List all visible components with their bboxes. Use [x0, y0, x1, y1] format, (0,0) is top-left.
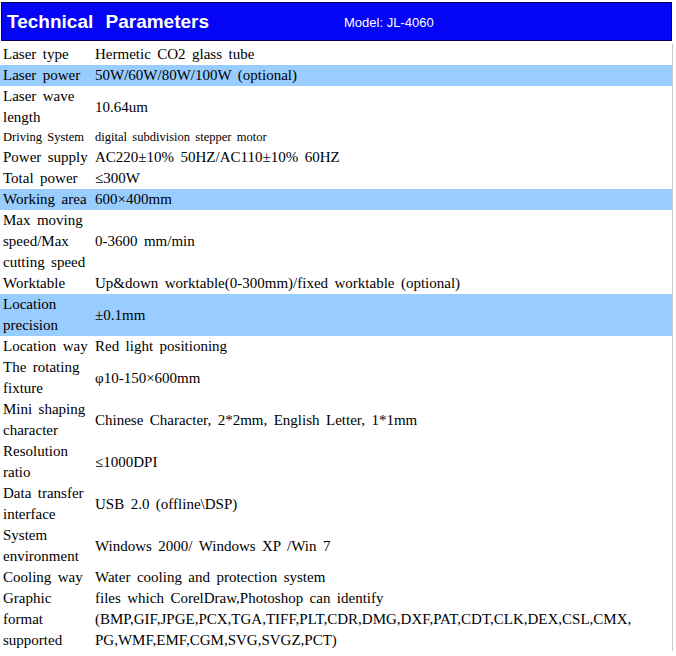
row-value: 50W/60W/80W/100W (optional)	[95, 65, 672, 86]
table-row: Total power≤300W	[0, 168, 672, 189]
row-value: ≤300W	[95, 168, 672, 189]
row-label: System environment	[0, 525, 95, 567]
row-value: Hermetic CO2 glass tube	[95, 44, 672, 65]
table-row: Mini shaping characterChinese Character,…	[0, 399, 672, 441]
row-label: Total power	[0, 168, 95, 189]
table-row: Power supplyAC220±10% 50HZ/AC110±10% 60H…	[0, 147, 672, 168]
table-row: System environmentWindows 2000/ Windows …	[0, 525, 672, 567]
table-row: Working area600×400mm	[0, 189, 672, 210]
row-label: Location precision	[0, 294, 95, 336]
table-row: Laser wave length10.64um	[0, 86, 672, 128]
row-label: Worktable	[0, 273, 95, 294]
row-value: USB 2.0 (offline\DSP)	[95, 494, 672, 515]
table-row: Max moving speed/Max cutting speed0-3600…	[0, 210, 672, 273]
row-value: 10.64um	[95, 97, 672, 118]
table-row: Cooling wayWater cooling and protection …	[0, 567, 672, 588]
table-row: Data transfer interfaceUSB 2.0 (offline\…	[0, 483, 672, 525]
table-row: Location precision±0.1mm	[0, 294, 672, 336]
technical-parameters-page: Technical Parameters Model: JL-4060 Lase…	[0, 0, 676, 656]
row-label: Data transfer interface	[0, 483, 95, 525]
row-label: Driving System	[0, 128, 95, 147]
row-value: ≤1000DPI	[95, 452, 672, 473]
row-value: Up&down worktable(0-300mm)/fixed worktab…	[95, 273, 672, 294]
row-label: Laser power	[0, 65, 95, 86]
row-value: Red light positioning	[95, 336, 672, 357]
row-value: Water cooling and protection system	[95, 567, 672, 588]
row-label: The rotating fixture	[0, 357, 95, 399]
table-row: WorktableUp&down worktable(0-300mm)/fixe…	[0, 273, 672, 294]
row-value: 0-3600 mm/min	[95, 231, 672, 252]
table-row: The rotating fixtureφ10-150×600mm	[0, 357, 672, 399]
table-row: Driving Systemdigital subdivision steppe…	[0, 128, 672, 147]
header-bar: Technical Parameters Model: JL-4060	[1, 2, 672, 41]
row-value: Windows 2000/ Windows XP /Win 7	[95, 536, 672, 557]
row-label: Laser wave length	[0, 86, 95, 128]
row-label: Max moving speed/Max cutting speed	[0, 210, 95, 273]
table-row: Laser typeHermetic CO2 glass tube	[0, 44, 672, 65]
table-row: Graphic format supportedfiles which Core…	[0, 588, 672, 651]
table-row: Laser power50W/60W/80W/100W (optional)	[0, 65, 672, 86]
row-label: Mini shaping character	[0, 399, 95, 441]
row-value: φ10-150×600mm	[95, 368, 672, 389]
row-value: AC220±10% 50HZ/AC110±10% 60HZ	[95, 147, 672, 168]
spec-table: Laser typeHermetic CO2 glass tubeLaser p…	[0, 44, 673, 651]
row-label: Location way	[0, 336, 95, 357]
row-label: Laser type	[0, 44, 95, 65]
row-value: 600×400mm	[95, 189, 672, 210]
row-value: Chinese Character, 2*2mm, English Letter…	[95, 410, 672, 431]
table-row: Location wayRed light positioning	[0, 336, 672, 357]
table-row: Resolution ratio≤1000DPI	[0, 441, 672, 483]
row-label: Working area	[0, 189, 95, 210]
row-value: ±0.1mm	[95, 305, 672, 326]
row-label: Graphic format supported	[0, 588, 95, 651]
row-label: Resolution ratio	[0, 441, 95, 483]
row-value: files which CorelDraw,Photoshop can iden…	[95, 588, 672, 651]
row-label: Cooling way	[0, 567, 95, 588]
row-label: Power supply	[0, 147, 95, 168]
row-value: digital subdivision stepper motor	[95, 128, 672, 147]
model-label: Model: JL-4060	[344, 14, 434, 29]
page-title: Technical Parameters	[7, 11, 209, 33]
